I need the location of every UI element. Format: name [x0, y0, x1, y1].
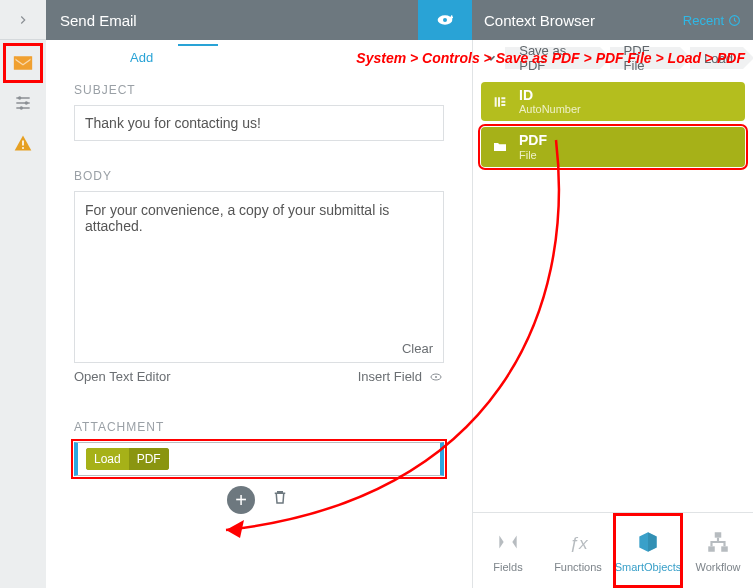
card-pdf[interactable]: PDF File: [481, 127, 745, 166]
svg-point-11: [435, 376, 437, 378]
panel-title-right: Context Browser Recent: [472, 0, 753, 40]
recent-label: Recent: [683, 13, 724, 28]
add-attachment-button[interactable]: +: [227, 486, 255, 514]
pill-load: Load: [86, 448, 129, 470]
open-text-editor-link[interactable]: Open Text Editor: [74, 369, 171, 384]
insert-field-link[interactable]: Insert Field: [358, 369, 444, 384]
recent-link[interactable]: Recent: [683, 13, 741, 28]
attachment-field[interactable]: Load PDF: [74, 442, 444, 476]
email-form: Add SUBJECT BODY Clear Open Text Editor …: [46, 40, 472, 588]
svg-rect-4: [22, 147, 24, 149]
context-browser: Save as PDF PDF File Load ID AutoNumber: [472, 40, 753, 588]
card-id-title: ID: [519, 88, 581, 103]
svg-rect-14: [708, 546, 715, 551]
tab-fields[interactable]: Fields: [473, 513, 543, 588]
svg-point-1: [25, 101, 28, 104]
panel-title-left: Send Email: [46, 0, 418, 40]
svg-rect-3: [22, 141, 24, 146]
tab-workflow[interactable]: Workflow: [683, 513, 753, 588]
tab-smartobjects[interactable]: SmartObjects: [613, 513, 683, 588]
tab-fields-label: Fields: [493, 561, 522, 573]
subject-label: SUBJECT: [74, 83, 444, 97]
delete-attachment-button[interactable]: [269, 486, 291, 508]
card-pdf-subtitle: File: [519, 149, 547, 161]
context-tabs: Fields ƒx Functions SmartObjects Workflo…: [473, 512, 753, 588]
settings-sliders-icon[interactable]: [6, 86, 40, 120]
id-icon: [491, 93, 509, 111]
attachment-label: ATTACHMENT: [74, 420, 444, 434]
svg-rect-8: [451, 15, 452, 19]
clear-button[interactable]: Clear: [402, 341, 433, 356]
insert-field-icon: [428, 371, 444, 383]
card-id[interactable]: ID AutoNumber: [481, 82, 745, 121]
svg-point-2: [20, 106, 23, 109]
subject-input[interactable]: [74, 105, 444, 141]
left-rail: [0, 0, 46, 588]
tab-indicator: [178, 44, 218, 46]
svg-point-6: [443, 18, 447, 22]
context-title: Context Browser: [484, 12, 595, 29]
pill-pdf: PDF: [129, 448, 169, 470]
rail-collapse-arrow[interactable]: [0, 0, 46, 40]
body-box: Clear: [74, 191, 444, 363]
warning-icon[interactable]: [6, 126, 40, 160]
card-id-subtitle: AutoNumber: [519, 103, 581, 115]
annotation-path: System > Controls > Save as PDF > PDF Fi…: [356, 50, 745, 66]
svg-point-0: [18, 96, 21, 99]
card-pdf-title: PDF: [519, 133, 547, 148]
tab-functions[interactable]: ƒx Functions: [543, 513, 613, 588]
tab-workflow-label: Workflow: [695, 561, 740, 573]
content: Add SUBJECT BODY Clear Open Text Editor …: [46, 40, 753, 588]
context-cards: ID AutoNumber PDF File: [473, 76, 753, 173]
body-textarea[interactable]: [75, 192, 443, 332]
body-under-row: Open Text Editor Insert Field: [74, 369, 444, 384]
preview-button[interactable]: [418, 0, 472, 40]
folder-icon: [491, 138, 509, 156]
svg-rect-15: [721, 546, 728, 551]
tab-functions-label: Functions: [554, 561, 602, 573]
header-bar: Send Email Context Browser Recent: [46, 0, 753, 40]
attachment-controls: +: [74, 486, 444, 514]
insert-field-label: Insert Field: [358, 369, 422, 384]
svg-rect-13: [715, 532, 722, 537]
mail-icon[interactable]: [6, 46, 40, 80]
main: Send Email Context Browser Recent Add SU…: [46, 0, 753, 588]
tab-smartobjects-label: SmartObjects: [615, 561, 682, 573]
body-label: BODY: [74, 169, 444, 183]
svg-text:ƒx: ƒx: [569, 532, 589, 552]
attachment-pill[interactable]: Load PDF: [86, 448, 169, 470]
